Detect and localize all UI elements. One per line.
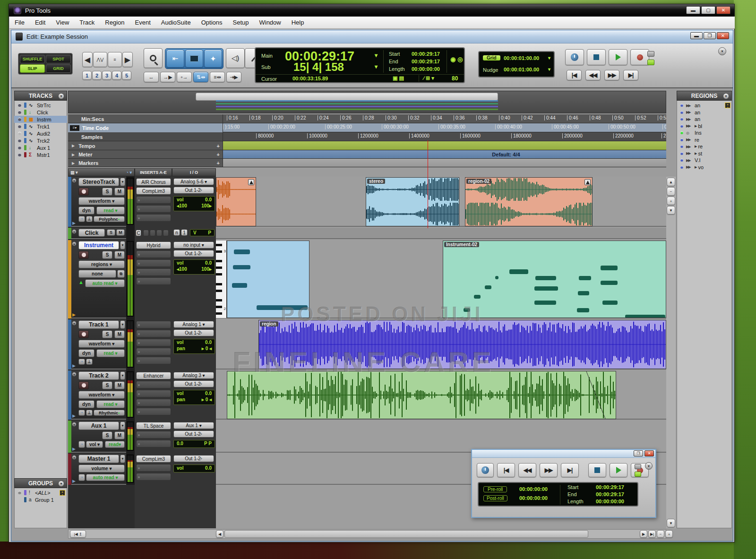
nudge-value[interactable]: 00:00:01:00.00 <box>504 67 539 72</box>
region-audio-region02[interactable]: region-02 <box>465 177 593 226</box>
transport-gotoend-button[interactable]: ▶| <box>561 463 579 477</box>
solo-click[interactable]: S <box>107 229 115 236</box>
zoom-in-arrow[interactable]: ▶ <box>122 52 133 67</box>
collapse-circle-icon[interactable]: ▾ <box>72 321 77 326</box>
region-expand-icon[interactable]: ▶ <box>695 165 697 169</box>
menu-item-track[interactable]: Track <box>74 17 100 28</box>
transport-expand-dropdown[interactable]: ▼ <box>645 462 653 470</box>
transport-close-button[interactable]: ✕ <box>644 450 654 456</box>
h-zoom-plus[interactable]: ＋ <box>665 530 673 538</box>
io-lcd-row[interactable]: vol0.0 <box>174 197 215 203</box>
group-list-item[interactable]: !<ALL>az <box>14 489 67 496</box>
region-list-item[interactable]: ▶▶▶st <box>677 150 732 157</box>
piano-keys-strip[interactable]: 32 <box>216 241 227 318</box>
auto-b-track1[interactable]: read ▾ <box>96 349 125 357</box>
insert-slot-empty[interactable] <box>156 230 162 236</box>
transport-restore-button[interactable]: ❐ <box>634 450 643 456</box>
menu-item-audiosuite[interactable]: AudioSuite <box>156 17 196 28</box>
elastic-plot-icon[interactable]: ⊥ <box>86 359 93 365</box>
session-tempo[interactable]: 80 <box>452 75 458 82</box>
elastic-plot-icon[interactable]: ⊥ <box>86 410 93 416</box>
solo-aux1[interactable]: S <box>102 431 112 439</box>
stop-button[interactable] <box>587 49 606 65</box>
insert-slot-empty[interactable] <box>136 348 171 355</box>
io-lcd-row[interactable]: vol0.0 <box>174 339 215 345</box>
online-button[interactable] <box>565 49 584 65</box>
io-input-instrument[interactable]: no input ▾ <box>173 241 214 249</box>
region-list-item[interactable]: ▶▶an <box>677 116 732 123</box>
transport-title-bar[interactable]: ❐ ✕ <box>472 450 655 458</box>
track-show-dot[interactable] <box>18 125 21 128</box>
transport-online-button[interactable] <box>477 463 494 477</box>
zoom-preset-3[interactable]: 3 <box>102 71 112 80</box>
zoom-out-arrow[interactable]: ◀ <box>82 52 93 67</box>
end-value[interactable]: 00:00:29:17 <box>412 59 440 64</box>
region-expand-icon[interactable]: ▶ <box>695 145 697 148</box>
insert-aux1-0[interactable]: TL Space <box>136 422 171 430</box>
sort-az-icon[interactable]: az <box>725 103 730 108</box>
ruler-label-cell[interactable]: ▶Tempo+ <box>68 141 223 150</box>
main-counter-dropdown[interactable]: ▾ <box>375 52 378 59</box>
ruler-label-cell[interactable]: Min:Secs <box>68 114 223 123</box>
timebase-icon[interactable]: ≡▾ <box>70 125 79 131</box>
insert-slot-empty[interactable] <box>136 205 171 213</box>
io-lcd-row[interactable]: ◂100100▸ <box>174 266 215 272</box>
lane-aux1[interactable] <box>216 421 666 453</box>
automation-dot-aux1[interactable]: ◔ <box>78 441 85 448</box>
io-compact-click-1[interactable]: 1 <box>181 229 188 236</box>
insert-track2-0[interactable]: Enhancer <box>136 372 171 379</box>
auto-b-aux1[interactable]: read▾ <box>105 441 125 448</box>
mute-instrument[interactable]: M <box>114 251 125 259</box>
start-value[interactable]: 00:00:29:17 <box>412 51 440 57</box>
io-lcd-row[interactable]: pan▸ 0 ◂ <box>174 396 215 403</box>
io-lcd-row[interactable]: pan▸ 0 ◂ <box>174 345 215 352</box>
playlist-copy-icon[interactable]: ⧉ <box>117 270 125 278</box>
ruler-label-cell[interactable]: ▶Meter+ <box>68 150 223 159</box>
insert-slot-empty[interactable] <box>136 259 171 267</box>
region-expand-icon[interactable]: ▶ <box>695 124 697 128</box>
mode-shuffle[interactable]: SHUFFLE <box>20 55 45 63</box>
automation-dot-stereotrack[interactable]: ◔ <box>78 216 85 222</box>
ruler-add-icon[interactable]: + <box>217 143 220 149</box>
region-list-item[interactable]: ▶▶anaz <box>677 102 732 109</box>
transport-rewind-button[interactable]: ◀◀ <box>518 463 536 477</box>
collapse-circle-icon[interactable]: ▾ <box>72 178 77 183</box>
track-playlist-arrow[interactable]: ▶ <box>72 479 76 483</box>
track-list-item-strtrc[interactable]: ∿StrTrc <box>14 102 67 109</box>
io-output-track2[interactable]: Out 1-2 ⊦ <box>173 380 214 387</box>
automation-dot-track1[interactable]: ◔ <box>78 359 85 365</box>
grid-mode-chip[interactable]: Grid <box>483 55 500 60</box>
track-playlist-arrow[interactable]: ▶ <box>72 221 76 225</box>
solo-track1[interactable]: S <box>102 330 112 338</box>
menu-item-file[interactable]: File <box>9 17 30 28</box>
transport-rec-led[interactable] <box>635 464 641 469</box>
io-lcd-row[interactable]: 0.0P P <box>174 440 215 447</box>
region-list-item[interactable]: ▶▶▶re <box>677 143 732 150</box>
collapse-circle-icon[interactable]: ▾ <box>72 422 77 427</box>
group-enable-dot[interactable] <box>18 491 21 494</box>
region-list-item[interactable]: ◎Ins <box>677 129 732 137</box>
view-selector-instrument[interactable]: regions ▾ <box>78 260 125 268</box>
timeline-insertion-icon[interactable]: ▣ ▤ <box>393 75 404 81</box>
io-input-aux1[interactable]: Aux 1 ▾ <box>173 422 214 429</box>
menu-item-view[interactable]: View <box>51 17 74 28</box>
track-name-click[interactable]: Click <box>78 229 105 237</box>
v-scroll-down-btn[interactable]: ▼ <box>667 519 675 527</box>
regions-panel-dropdown[interactable]: ▼ <box>723 93 729 99</box>
mute-stereotrack[interactable]: M <box>114 188 125 196</box>
view-selector-master1[interactable]: volume ▾ <box>78 464 125 473</box>
zoomer-tool[interactable] <box>144 48 163 68</box>
insert-slot-empty[interactable] <box>136 250 171 258</box>
track-name-stereotrack[interactable]: StereoTrack <box>78 178 119 186</box>
grabber-tool[interactable]: ✦ <box>204 50 222 68</box>
insert-master1-0[interactable]: CompLim3 <box>136 455 171 463</box>
auto-b-master1[interactable]: auto read ▾ <box>86 474 125 481</box>
h-scroll-end-arrow[interactable]: ▶| <box>648 530 656 538</box>
insert-slot-empty[interactable] <box>136 321 171 328</box>
tab-to-transient-icon[interactable]: →▶ <box>160 72 175 82</box>
track-playlist-arrow[interactable]: ▶ <box>72 363 76 368</box>
overview-scroll-thumb[interactable] <box>196 93 498 101</box>
toolbar-options-dropdown[interactable]: ▼ <box>718 47 726 55</box>
region-audio-stereo[interactable]: stereo <box>366 177 459 226</box>
insert-slot-empty[interactable] <box>136 408 171 415</box>
